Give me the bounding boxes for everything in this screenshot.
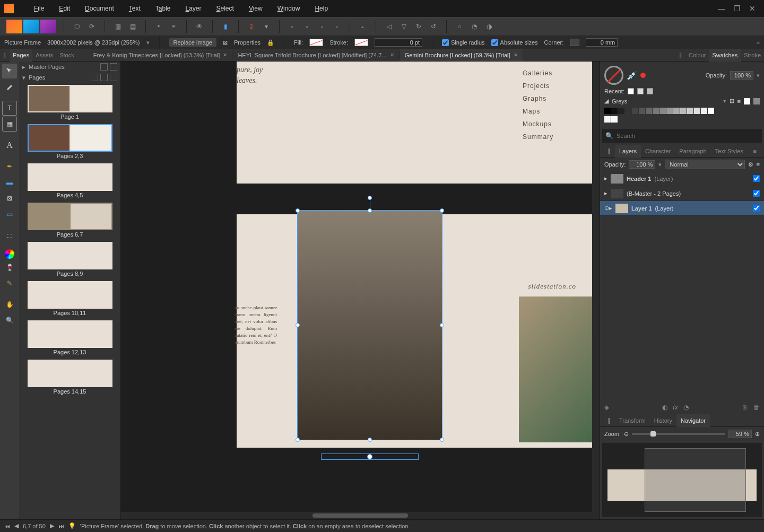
pages-list[interactable]: Page 1 Pages 2,3 Pages 4,5 Pages 6,7 Pag… [19,83,120,519]
rotate-ccw-icon[interactable]: ↺ [428,21,439,32]
menu-select[interactable]: Select [209,3,241,14]
vector-crop-tool[interactable]: ⸬ [2,228,17,243]
add-layer-icon[interactable]: 🗎 [742,404,748,411]
swatch[interactable] [653,108,659,114]
corner-value-input[interactable] [586,38,618,47]
layer-visible-checkbox[interactable] [753,175,760,182]
page-thumb-6-7[interactable] [28,203,112,230]
close-tab-icon[interactable]: ✕ [390,52,394,58]
stroke-width-input[interactable] [375,38,422,47]
forward-one-icon[interactable]: ▫ [317,21,327,32]
zoom-in-icon[interactable]: ⊕ [755,431,760,438]
history-tab[interactable]: History [650,417,676,424]
menu-text[interactable]: Text [121,3,148,14]
recent-swatch[interactable] [628,88,634,94]
zoom-out-icon[interactable]: ⊖ [624,431,629,438]
horizontal-scrollbar[interactable] [121,512,600,519]
swatch[interactable] [708,108,714,114]
first-page-icon[interactable]: ⏮ [4,523,10,529]
baseline-icon[interactable]: • [153,21,164,32]
swatch[interactable] [646,108,652,114]
minimize-icon[interactable]: — [718,4,725,13]
panel-menu-icon[interactable]: ≡ [749,148,761,154]
menu-table[interactable]: Table [148,3,178,14]
menu-file[interactable]: File [27,3,51,14]
current-fill-swatch[interactable] [604,66,623,85]
page-indicator[interactable]: 6,7 of 50 [23,523,46,529]
picture-frame-tool[interactable]: ⊠ [2,191,17,206]
menu-view[interactable]: View [241,3,270,14]
single-radius-checkbox[interactable]: Single radius [442,39,485,46]
clip-icon[interactable]: ≡ [168,21,179,32]
swatch[interactable] [604,116,611,123]
panel-handle-icon[interactable]: ‖ [0,51,10,58]
master-opt-icon[interactable] [100,63,108,71]
canvas[interactable]: pure, joy leaves. Galleries12-14 Project… [121,62,600,519]
delete-layer-icon[interactable]: 🗑 [753,404,760,411]
last-page-icon[interactable]: ⏭ [58,523,64,529]
character-tab[interactable]: Character [641,148,675,154]
table-tool[interactable]: ▦ [2,117,17,132]
menu-help[interactable]: Help [307,3,335,14]
picture-frame-2[interactable] [519,296,600,442]
stroke-swatch[interactable] [354,39,368,46]
persona-photo[interactable] [40,20,56,33]
palette-icon[interactable]: ◢ [604,98,609,104]
maximize-icon[interactable]: ❐ [734,4,741,13]
pages-opt3-icon[interactable] [110,74,117,81]
colour-tab[interactable]: Colour [685,49,709,62]
navigator-tab[interactable]: Navigator [676,414,710,427]
pan-tool[interactable]: ✋ [2,297,17,312]
adjustment-icon[interactable]: ◐ [662,404,667,411]
dropdown-icon[interactable]: ▾ [261,21,272,32]
cycle-icon[interactable]: ⟳ [86,21,97,32]
doc-tab-1[interactable]: Frey & König Timepieces [Locked] (53.3%)… [88,49,233,61]
preview-icon[interactable]: 👁 [194,21,205,32]
align-left-icon[interactable]: ▮ [220,21,231,32]
page-thumb-1[interactable] [28,85,112,112]
swatches-tab[interactable]: Swatches [709,49,741,62]
swatch-red[interactable] [640,73,646,78]
snapping-icon[interactable]: ⧲ [246,21,257,32]
eyedropper-icon[interactable]: 💉 [627,71,637,81]
layer-row[interactable]: ▸ (B-Master - 2 Pages) [600,186,764,201]
fields-icon[interactable]: ▤ [127,21,138,32]
zoom-slider[interactable] [632,433,725,435]
intersect-icon[interactable]: ◑ [484,21,494,32]
pen-tool[interactable]: ✒ [2,159,17,174]
zoom-input[interactable] [728,430,752,438]
alignment-icon[interactable]: ⫠ [358,21,368,32]
rotate-handle[interactable] [368,196,372,200]
swatch[interactable] [680,108,687,114]
page-thumb-2-3[interactable] [28,124,112,152]
textstyles-tab[interactable]: Text Styles [711,148,748,154]
blend-mode-select[interactable]: Normal [665,160,744,169]
menu-window[interactable]: Window [270,3,308,14]
swatch[interactable] [632,108,638,114]
swatch[interactable] [673,108,680,114]
layer-row[interactable]: ⊙▸ Layer 1 (Layer) [600,201,764,216]
swatch[interactable] [666,108,673,114]
frame-slider[interactable] [321,453,419,460]
assets-tab[interactable]: Assets [32,49,56,62]
swatch[interactable] [687,108,693,114]
page-thumb-12-13[interactable] [28,320,112,348]
swatch[interactable] [611,108,618,114]
search-input[interactable] [617,133,759,139]
color-picker-tool[interactable]: ✎ [2,276,17,291]
flip-v-icon[interactable]: ▽ [398,21,409,32]
layer-visible-checkbox[interactable] [753,205,760,212]
swatch[interactable] [618,108,624,114]
vertical-scrollbar[interactable] [592,62,600,512]
fill-swatch[interactable] [309,39,323,46]
doc-tab-3[interactable]: Gemini Brochure [Locked] (59.3%) [Trial]… [400,49,523,61]
persona-publisher[interactable] [6,20,22,33]
doc-tab-2[interactable]: HEYL Square Trifold Brochure [Locked] [M… [232,49,399,61]
lock-icon[interactable]: 🔒 [267,39,274,46]
list-icon[interactable]: ≡ [737,98,741,104]
registration-swatch[interactable] [753,98,760,104]
snap-toggle-icon[interactable]: ⬡ [72,21,82,32]
move-back-icon[interactable]: ▫ [287,21,298,32]
close-tab-icon[interactable]: ✕ [223,52,227,58]
transform-tab[interactable]: Transform [615,417,650,424]
